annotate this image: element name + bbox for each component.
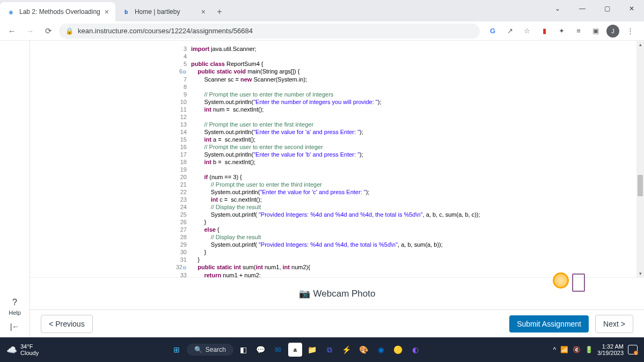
code-line[interactable]: 27 else { xyxy=(30,226,623,233)
mail-icon[interactable]: ✉ xyxy=(271,343,285,357)
line-number: 15 xyxy=(30,136,191,143)
taskbar-center: ⊞ 🔍 Search ◧ 💬 ✉ a 📁 ⧉ ⚡ 🎨 ◉ 🟡 ◐ xyxy=(43,343,548,357)
previous-button[interactable]: < Previous xyxy=(41,315,93,333)
notifications-icon[interactable]: 1 xyxy=(628,345,638,354)
help-nav[interactable]: ? Help xyxy=(9,297,21,316)
line-number: 29 xyxy=(30,241,191,248)
code-text: int b = sc.nextInt(); xyxy=(191,158,255,166)
tab-bartleby[interactable]: b Home | bartleby × xyxy=(115,2,212,21)
reading-list-icon[interactable]: ≡ xyxy=(572,25,585,38)
code-line[interactable]: 4 xyxy=(30,53,623,60)
code-line[interactable]: 3import java.util.Scanner; xyxy=(30,45,623,53)
code-line[interactable]: 23 int c = sc.nextInt(); xyxy=(30,196,623,203)
chat-icon[interactable]: 💬 xyxy=(254,343,268,357)
chevron-down-icon[interactable]: ⌄ xyxy=(545,0,570,17)
code-text: // Display the result xyxy=(191,203,261,211)
discord-icon[interactable]: ⧉ xyxy=(323,343,336,357)
code-text: int a = sc.nextInt(); xyxy=(191,136,255,143)
code-line[interactable]: 20 if (num == 3) { xyxy=(30,173,623,181)
next-button[interactable]: Next > xyxy=(595,315,633,333)
start-button[interactable]: ⊞ xyxy=(170,343,184,357)
code-line[interactable]: 8 xyxy=(30,83,623,91)
task-view-icon[interactable]: ◧ xyxy=(237,343,251,357)
scrollbar[interactable]: ▴ ▾ xyxy=(636,41,644,277)
taskbar-search[interactable]: 🔍 Search xyxy=(187,344,233,356)
bolt-icon[interactable]: ⚡ xyxy=(340,343,354,357)
webcam-photo-label[interactable]: 📷 Webcam Photo xyxy=(299,288,376,299)
code-line[interactable]: 13 // Prompt the user to enter the first… xyxy=(30,121,623,128)
menu-icon[interactable]: ⋮ xyxy=(624,25,636,38)
system-tray: ^ 📶 🔇 🔋 1:32 AM 3/19/2023 1 xyxy=(553,343,638,356)
new-tab-button[interactable]: + xyxy=(212,2,227,21)
code-text: System.out.println("Enter the value for … xyxy=(191,151,363,158)
share-icon[interactable]: ↗ xyxy=(503,25,516,38)
profile-avatar[interactable]: J xyxy=(606,25,619,38)
omnibox[interactable]: 🔒 kean.instructure.com/courses/12224/ass… xyxy=(59,24,480,39)
battery-icon[interactable]: 🔋 xyxy=(585,346,593,353)
maximize-button[interactable]: ▢ xyxy=(595,0,619,17)
extension-icon[interactable]: ▮ xyxy=(538,25,551,38)
code-line[interactable]: 5public class ReportSum4 { xyxy=(30,60,623,68)
side-panel-icon[interactable]: ▣ xyxy=(589,25,602,38)
line-number: 27 xyxy=(30,226,191,233)
code-line[interactable]: 30 } xyxy=(30,248,623,256)
code-line[interactable]: 16 // Prompt the user to enter the secon… xyxy=(30,143,623,151)
clock[interactable]: 1:32 AM 3/19/2023 xyxy=(597,343,624,356)
weather-cond: Cloudy xyxy=(20,350,39,356)
paint-icon[interactable]: 🎨 xyxy=(357,343,371,357)
close-icon[interactable]: × xyxy=(105,8,109,16)
chevron-up-icon[interactable]: ^ xyxy=(553,346,556,353)
line-number: 4 xyxy=(30,53,191,60)
code-line[interactable]: 6⊖ public static void main(String args[]… xyxy=(30,68,623,76)
code-line[interactable]: 22 System.out.println("Enter the value f… xyxy=(30,188,623,196)
code-line[interactable]: 15 int a = sc.nextInt(); xyxy=(30,136,623,143)
reload-button[interactable]: ⟳ xyxy=(41,24,56,39)
code-line[interactable]: 21 // Prompt the user to enter the third… xyxy=(30,181,623,188)
scroll-down-icon[interactable]: ▾ xyxy=(636,270,644,277)
code-line[interactable]: 24 // Display the result xyxy=(30,203,623,211)
wifi-icon[interactable]: 📶 xyxy=(560,346,568,353)
code-line[interactable]: 10 System.out.println("Enter the number … xyxy=(30,98,623,106)
code-line[interactable]: 28 // Display the result xyxy=(30,233,623,241)
submit-assignment-button[interactable]: Submit Assignment xyxy=(509,315,589,333)
code-line[interactable]: 18 int b = sc.nextInt(); xyxy=(30,158,623,166)
explorer-icon[interactable]: 📁 xyxy=(305,343,319,357)
tab-lab2[interactable]: ◉ Lab 2: Methods Overloading × xyxy=(0,2,115,21)
code-line[interactable]: 19 xyxy=(30,166,623,173)
code-line[interactable]: 31 } xyxy=(30,256,623,263)
code-line[interactable]: 9 // Prompt the user to enter the number… xyxy=(30,91,623,98)
puzzle-icon[interactable]: ✦ xyxy=(555,25,568,38)
code-line[interactable]: 12 xyxy=(30,113,623,121)
code-text: System.out.printf( "Provided Integers: %… xyxy=(191,211,480,218)
code-line[interactable]: 29 System.out.printf( "Provided Integers… xyxy=(30,241,623,248)
code-line[interactable]: 32⊖ public static int sum(int num1, int … xyxy=(30,263,623,271)
forward-button[interactable]: → xyxy=(23,24,38,39)
edge-icon[interactable]: ◉ xyxy=(374,343,388,357)
line-number: 16 xyxy=(30,143,191,151)
close-button[interactable]: ✕ xyxy=(619,0,644,17)
back-button[interactable]: ← xyxy=(4,24,19,39)
code-line[interactable]: 33 return num1 + num2; xyxy=(30,271,623,277)
scroll-up-icon[interactable]: ▴ xyxy=(636,41,644,48)
cloud-icon: ☁️ xyxy=(6,345,17,355)
code-line[interactable]: 11 int num = sc.nextInt(); xyxy=(30,106,623,113)
scroll-thumb[interactable] xyxy=(638,175,643,196)
weather-widget[interactable]: ☁️ 34°F Cloudy xyxy=(6,343,39,356)
eclipse-icon[interactable]: ◐ xyxy=(408,343,422,357)
minimize-button[interactable]: — xyxy=(570,0,595,17)
google-icon[interactable]: G xyxy=(486,25,499,38)
volume-icon[interactable]: 🔇 xyxy=(573,346,581,353)
amazon-icon[interactable]: a xyxy=(288,343,302,357)
code-line[interactable]: 14 System.out.println("Enter the value f… xyxy=(30,128,623,136)
collapse-sidebar-button[interactable]: |← xyxy=(10,322,20,331)
line-number: 3 xyxy=(30,45,191,53)
close-icon[interactable]: × xyxy=(201,8,206,16)
code-line[interactable]: 26 } xyxy=(30,218,623,226)
code-line[interactable]: 17 System.out.println("Enter the value f… xyxy=(30,151,623,158)
code-line[interactable]: 7 Scanner sc = new Scanner(System.in); xyxy=(30,76,623,83)
code-line[interactable]: 25 System.out.printf( "Provided Integers… xyxy=(30,211,623,218)
code-text: public static int sum(int num1, int num2… xyxy=(191,263,310,271)
star-icon[interactable]: ☆ xyxy=(521,25,533,38)
code-editor[interactable]: 3import java.util.Scanner;45public class… xyxy=(30,41,644,277)
chrome-icon[interactable]: 🟡 xyxy=(391,343,405,357)
